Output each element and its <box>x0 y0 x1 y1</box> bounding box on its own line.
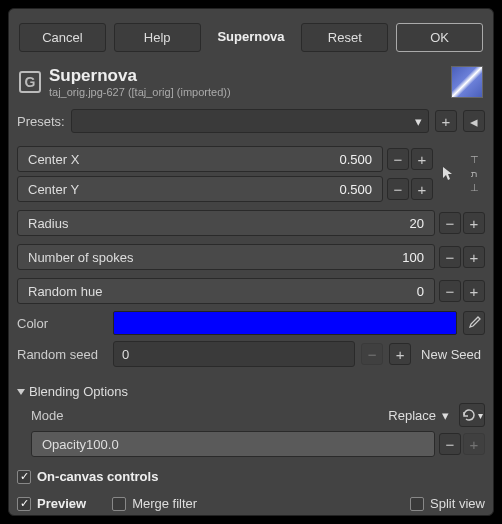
center-pick-button[interactable] <box>437 142 459 206</box>
center-y-value: 0.500 <box>339 182 372 197</box>
cancel-button[interactable]: Cancel <box>19 23 106 52</box>
bottom-row: Preview Merge filter Split view <box>17 496 485 511</box>
center-x-row: Center X 0.500 − + <box>17 146 433 172</box>
random-hue-input[interactable]: Random hue 0 <box>17 278 435 304</box>
dialog-button-row: Cancel Help Supernova Reset OK <box>17 17 485 62</box>
presets-dropdown[interactable]: ▾ <box>71 109 429 133</box>
merge-filter-label: Merge filter <box>132 496 197 511</box>
radius-increment-button[interactable]: + <box>463 212 485 234</box>
new-seed-button[interactable]: New Seed <box>417 343 485 366</box>
spokes-label: Number of spokes <box>28 250 134 265</box>
color-label: Color <box>17 316 107 331</box>
seed-increment-button[interactable]: + <box>389 343 411 365</box>
center-x-input[interactable]: Center X 0.500 <box>17 146 383 172</box>
chevron-down-icon: ▾ <box>415 114 422 129</box>
color-swatch[interactable] <box>113 311 457 335</box>
spokes-input[interactable]: Number of spokes 100 <box>17 244 435 270</box>
center-fields: Center X 0.500 − + Center Y 0.500 − + <box>17 142 433 206</box>
center-y-decrement-button[interactable]: − <box>387 178 409 200</box>
opacity-value: 100.0 <box>86 437 119 452</box>
spokes-decrement-button[interactable]: − <box>439 246 461 268</box>
eyedropper-icon <box>467 316 481 330</box>
random-hue-value: 0 <box>417 284 424 299</box>
mode-label: Mode <box>31 408 64 423</box>
radius-label: Radius <box>28 216 68 231</box>
center-x-increment-button[interactable]: + <box>411 148 433 170</box>
ok-button[interactable]: OK <box>396 23 483 52</box>
chevron-down-icon: ▾ <box>478 410 483 421</box>
seed-input[interactable]: 0 <box>113 341 355 367</box>
opacity-input[interactable]: Opacity 100.0 <box>31 431 435 457</box>
presets-label: Presets: <box>17 114 65 129</box>
color-picker-button[interactable] <box>463 311 485 335</box>
random-hue-increment-button[interactable]: + <box>463 280 485 302</box>
on-canvas-checkbox[interactable] <box>17 470 31 484</box>
seed-value: 0 <box>122 347 129 362</box>
triangle-down-icon <box>17 389 25 395</box>
chevron-down-icon: ▾ <box>442 408 449 423</box>
radius-decrement-button[interactable]: − <box>439 212 461 234</box>
center-y-label: Center Y <box>28 182 79 197</box>
split-view-label: Split view <box>430 496 485 511</box>
radius-input[interactable]: Radius 20 <box>17 210 435 236</box>
split-view-checkbox[interactable] <box>410 497 424 511</box>
blending-section: Blending Options Mode Replace ▾ ▾ Opacit… <box>17 378 485 461</box>
spokes-value: 100 <box>402 250 424 265</box>
center-group: Center X 0.500 − + Center Y 0.500 − + <box>17 142 485 206</box>
seed-label: Random seed <box>17 347 107 362</box>
mode-dropdown[interactable]: Replace ▾ <box>384 408 453 423</box>
radius-row: Radius 20 − + <box>17 210 485 236</box>
center-x-decrement-button[interactable]: − <box>387 148 409 170</box>
center-y-input[interactable]: Center Y 0.500 <box>17 176 383 202</box>
presets-row: Presets: ▾ + ◂ <box>17 109 485 133</box>
random-hue-decrement-button[interactable]: − <box>439 280 461 302</box>
header-text: Supernova taj_orig.jpg-627 ([taj_orig] (… <box>49 67 231 98</box>
seed-decrement-button: − <box>361 343 383 365</box>
center-y-increment-button[interactable]: + <box>411 178 433 200</box>
spokes-row: Number of spokes 100 − + <box>17 244 485 270</box>
mode-value: Replace <box>388 408 436 423</box>
preview-checkbox[interactable] <box>17 497 31 511</box>
reset-button[interactable]: Reset <box>301 23 388 52</box>
filter-subtitle: taj_orig.jpg-627 ([taj_orig] (imported)) <box>49 86 231 98</box>
presets-add-button[interactable]: + <box>435 110 457 132</box>
header: G Supernova taj_orig.jpg-627 ([taj_orig]… <box>17 62 485 106</box>
mode-row: Mode Replace ▾ ▾ <box>31 403 485 427</box>
dialog-title: Supernova <box>209 23 294 52</box>
on-canvas-label: On-canvas controls <box>37 469 158 484</box>
color-row: Color <box>17 311 485 335</box>
radius-value: 20 <box>410 216 424 231</box>
reset-icon <box>461 408 477 422</box>
blending-expander[interactable]: Blending Options <box>17 384 485 399</box>
merge-filter-checkbox[interactable] <box>112 497 126 511</box>
center-x-value: 0.500 <box>339 152 372 167</box>
center-y-row: Center Y 0.500 − + <box>17 176 433 202</box>
opacity-decrement-button[interactable]: − <box>439 433 461 455</box>
seed-row: Random seed 0 − + New Seed <box>17 341 485 367</box>
center-unit-selector[interactable]: ⊤ ת ⊥ <box>463 142 485 206</box>
blending-title: Blending Options <box>29 384 128 399</box>
spokes-increment-button[interactable]: + <box>463 246 485 268</box>
help-button[interactable]: Help <box>114 23 201 52</box>
gimp-icon: G <box>19 71 41 93</box>
on-canvas-row[interactable]: On-canvas controls <box>17 469 485 484</box>
dialog: Cancel Help Supernova Reset OK G Superno… <box>8 8 494 516</box>
filter-title: Supernova <box>49 67 231 84</box>
mode-link-button[interactable]: ▾ <box>459 403 485 427</box>
opacity-row: Opacity 100.0 − + <box>31 431 485 457</box>
random-hue-label: Random hue <box>28 284 102 299</box>
presets-menu-button[interactable]: ◂ <box>463 110 485 132</box>
preview-thumbnail[interactable] <box>451 66 483 98</box>
opacity-increment-button: + <box>463 433 485 455</box>
center-x-label: Center X <box>28 152 79 167</box>
random-hue-row: Random hue 0 − + <box>17 278 485 304</box>
preview-label: Preview <box>37 496 86 511</box>
opacity-label: Opacity <box>42 437 86 452</box>
